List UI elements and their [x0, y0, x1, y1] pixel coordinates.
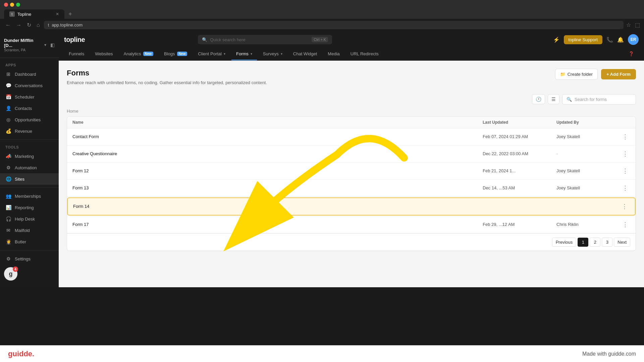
- sidebar-item-label: Automation: [15, 165, 37, 170]
- tab-analytics[interactable]: Analytics New: [119, 48, 158, 60]
- tab-chat-widget[interactable]: Chat Widget: [288, 48, 322, 60]
- row-more-button[interactable]: ⋮: [620, 132, 630, 141]
- home-button[interactable]: ⌂: [35, 21, 41, 29]
- sidebar-item-mailfold[interactable]: ✉ Mailfold: [0, 225, 59, 236]
- close-traffic-light[interactable]: [4, 3, 8, 7]
- table-toolbar: 🕐 ☰ 🔍 Search for forms: [67, 94, 636, 105]
- sidebar-item-revenue[interactable]: 💰 Revenue: [0, 125, 59, 137]
- phone-icon[interactable]: 📞: [606, 37, 613, 43]
- sidebar-item-label: Sites: [15, 177, 24, 182]
- row-more-button[interactable]: ⋮: [620, 184, 630, 192]
- tab-websites[interactable]: Websites: [90, 48, 117, 60]
- next-button[interactable]: Next: [614, 238, 630, 247]
- form-last-updated: Feb 21, 2024 1...: [483, 168, 556, 173]
- minimize-traffic-light[interactable]: [10, 3, 14, 7]
- traffic-lights: [4, 3, 640, 7]
- row-more-button[interactable]: ⋮: [620, 167, 630, 175]
- new-tab-button[interactable]: +: [66, 11, 75, 18]
- sidebar-item-memberships[interactable]: 👥 Memberships: [0, 190, 59, 202]
- table-row[interactable]: Form 17 Feb 29, ...12 AM Chris Riklin ⋮: [67, 216, 636, 233]
- browser-address-bar: ← → ↻ ⌂ t app.topline.com ☆ ⬚: [0, 19, 644, 31]
- page-title: Forms: [67, 69, 267, 77]
- sidebar-item-conversations[interactable]: 💬 Conversations: [0, 80, 59, 91]
- bookmark-button[interactable]: ☆: [626, 22, 631, 28]
- page-1-button[interactable]: 1: [578, 238, 588, 247]
- tab-blogs[interactable]: Blogs New: [159, 48, 192, 60]
- page-2-button[interactable]: 2: [590, 238, 600, 247]
- reporting-icon: 📊: [5, 204, 11, 210]
- active-tab[interactable]: t Topline ✕: [4, 9, 64, 19]
- search-icon: 🔍: [202, 37, 207, 42]
- row-more-button[interactable]: ⋮: [620, 202, 630, 211]
- extensions-button[interactable]: ⬚: [635, 22, 640, 28]
- dashboard-icon: ⊞: [5, 71, 11, 77]
- tab-client-portal[interactable]: Client Portal ▾: [193, 48, 230, 60]
- sidebar-item-helpdesk[interactable]: 🎧 Help Desk: [0, 213, 59, 225]
- clock-view-button[interactable]: 🕐: [532, 94, 545, 104]
- page-3-button[interactable]: 3: [602, 238, 612, 247]
- forms-search[interactable]: 🔍 Search for forms: [562, 94, 636, 105]
- list-view-button[interactable]: ☰: [548, 94, 559, 104]
- col-last-updated: Last Updated: [483, 120, 556, 125]
- sidebar-toggle-icon[interactable]: ◧: [50, 42, 55, 48]
- user-avatar[interactable]: ER: [628, 34, 639, 45]
- settings-icon: ⚙: [5, 256, 11, 262]
- sidebar-item-butler[interactable]: 🤵 Butler: [0, 236, 59, 247]
- sidebar-item-scheduler[interactable]: 📅 Scheduler: [0, 91, 59, 103]
- maximize-traffic-light[interactable]: [16, 3, 20, 7]
- form-updated-by: Chris Riklin: [556, 222, 617, 227]
- search-shortcut: Ctrl + K: [312, 37, 328, 42]
- scheduler-icon: 📅: [5, 94, 11, 100]
- col-name: Name: [72, 120, 483, 125]
- tab-funnels[interactable]: Funnels: [64, 48, 89, 60]
- table-row[interactable]: Contact Form Feb 07, 2024 01:29 AM Joey …: [67, 128, 636, 145]
- table-row[interactable]: Form 12 Feb 21, 2024 1... Joey Skatell ⋮: [67, 163, 636, 180]
- reload-button[interactable]: ↻: [25, 21, 33, 29]
- sites-icon: 🌐: [5, 176, 11, 182]
- search-forms-icon: 🔍: [567, 97, 572, 102]
- previous-button[interactable]: Previous: [552, 238, 577, 247]
- sidebar-item-dashboard[interactable]: ⊞ Dashboard: [0, 68, 59, 80]
- guidde-avatar-letter: g: [9, 270, 13, 278]
- tab-media[interactable]: Media: [323, 48, 344, 60]
- add-form-button[interactable]: + Add Form: [601, 69, 636, 79]
- tools-section-label: Tools: [0, 142, 59, 150]
- nav-buttons: ← → ↻ ⌂: [4, 21, 41, 29]
- company-selector[interactable]: Dunder Mifflin [D... Scranton, PA ▾ ◧: [0, 35, 59, 58]
- tab-surveys-label: Surveys: [263, 51, 279, 56]
- table-row-highlighted[interactable]: Form 14 ⋮: [67, 197, 636, 216]
- sidebar-item-contacts[interactable]: 👤 Contacts: [0, 103, 59, 114]
- tab-forms[interactable]: Forms ▾: [231, 48, 257, 60]
- contacts-icon: 👤: [5, 105, 11, 111]
- table-row[interactable]: Form 13 Dec 14, ...53 AM Joey Skatell ⋮: [67, 180, 636, 197]
- guidde-badge[interactable]: g 4: [0, 264, 59, 283]
- create-folder-button[interactable]: 📁 Create folder: [555, 69, 598, 80]
- sidebar-item-marketing[interactable]: 📣 Marketing: [0, 150, 59, 162]
- sidebar-item-sites[interactable]: 🌐 Sites: [0, 173, 59, 185]
- sidebar-item-reporting[interactable]: 📊 Reporting: [0, 202, 59, 213]
- tab-forms-label: Forms: [236, 51, 249, 56]
- surveys-chevron: ▾: [281, 52, 282, 56]
- row-more-button[interactable]: ⋮: [620, 149, 630, 158]
- tab-surveys[interactable]: Surveys ▾: [258, 48, 287, 60]
- support-button[interactable]: topline Support: [564, 35, 602, 44]
- browser-actions: ☆ ⬚: [626, 22, 640, 28]
- sidebar-item-settings[interactable]: ⚙ Settings: [0, 253, 59, 264]
- tab-title: Topline: [17, 12, 31, 17]
- memberships-icon: 👥: [5, 193, 11, 199]
- notifications-icon[interactable]: 🔔: [617, 37, 624, 43]
- table-header: Name Last Updated Updated By: [67, 117, 636, 128]
- back-button[interactable]: ←: [4, 21, 12, 29]
- table-row[interactable]: Creative Questionnaire Dec 22, 2022 03:0…: [67, 145, 636, 163]
- form-name: Form 14: [73, 204, 482, 209]
- tab-url-redirects[interactable]: URL Redirects: [346, 48, 383, 60]
- forward-button[interactable]: →: [15, 21, 23, 29]
- sidebar-item-automation[interactable]: ⚙ Automation: [0, 162, 59, 173]
- tab-close-button[interactable]: ✕: [56, 12, 59, 16]
- address-bar[interactable]: t app.topline.com: [44, 21, 624, 29]
- quick-search[interactable]: 🔍 Quick search here Ctrl + K: [198, 35, 332, 44]
- sidebar-item-opportunities[interactable]: ◎ Opportunities: [0, 114, 59, 125]
- row-more-button[interactable]: ⋮: [620, 220, 630, 229]
- sidebar-item-label: Reporting: [15, 205, 34, 210]
- tab-help[interactable]: ❓: [624, 48, 639, 60]
